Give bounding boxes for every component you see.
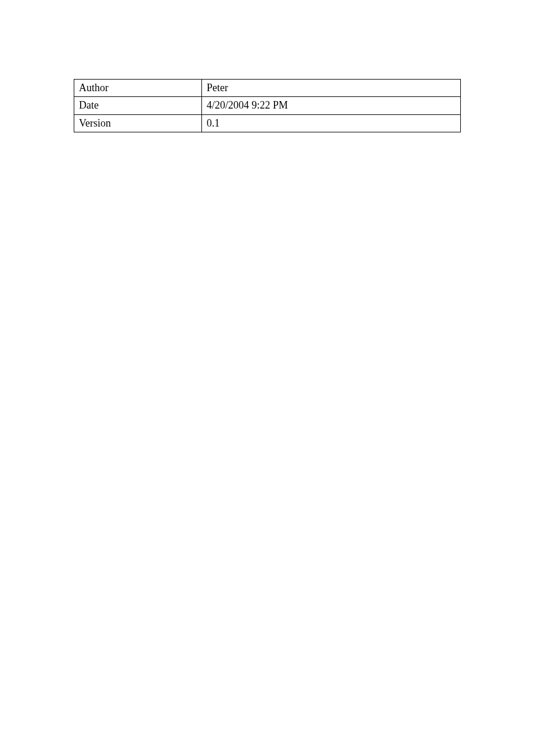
date-value: 4/20/2004 9:22 PM bbox=[202, 97, 461, 114]
table-row: Author Peter bbox=[74, 80, 461, 97]
document-page: Author Peter Date 4/20/2004 9:22 PM Vers… bbox=[0, 0, 534, 132]
author-label: Author bbox=[74, 80, 202, 97]
author-value: Peter bbox=[202, 80, 461, 97]
version-value: 0.1 bbox=[202, 114, 461, 132]
version-label: Version bbox=[74, 114, 202, 132]
date-label: Date bbox=[74, 97, 202, 114]
table-row: Version 0.1 bbox=[74, 114, 461, 132]
metadata-table: Author Peter Date 4/20/2004 9:22 PM Vers… bbox=[74, 79, 461, 132]
table-row: Date 4/20/2004 9:22 PM bbox=[74, 97, 461, 114]
